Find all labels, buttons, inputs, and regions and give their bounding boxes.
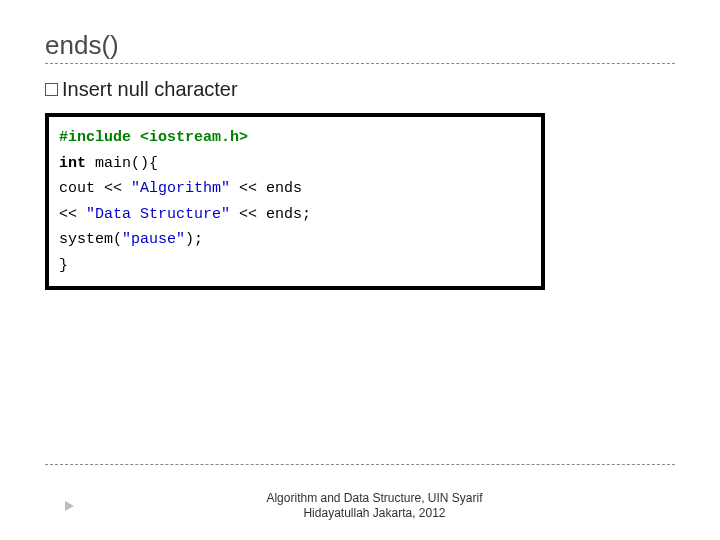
footer-text: Algorithm and Data Structure, UIN Syarif… [74, 491, 675, 522]
footer-line1: Algorithm and Data Structure, UIN Syarif [266, 491, 482, 505]
code-main-open: main(){ [86, 155, 158, 172]
code-cout: cout << [59, 180, 131, 197]
code-ends: << ends [230, 180, 302, 197]
code-system-close: ); [185, 231, 203, 248]
code-system: system( [59, 231, 122, 248]
footer-divider [45, 464, 675, 465]
triangle-right-icon [65, 501, 74, 511]
bullet-row: Insert null character [45, 78, 675, 101]
code-content: #include <iostream.h> int main(){ cout <… [49, 117, 541, 286]
footer: Algorithm and Data Structure, UIN Syarif… [45, 491, 675, 522]
slide-title: ends() [45, 30, 675, 61]
code-include: #include <iostream.h> [59, 129, 248, 146]
bullet-text: Insert null character [62, 78, 238, 101]
code-string: "Data Structure" [86, 206, 230, 223]
code-string: "pause" [122, 231, 185, 248]
code-close-brace: } [59, 253, 531, 279]
square-bullet-icon [45, 83, 58, 96]
code-ends: << ends; [230, 206, 311, 223]
code-kw-int: int [59, 155, 86, 172]
title-divider [45, 63, 675, 64]
code-block: #include <iostream.h> int main(){ cout <… [45, 113, 545, 290]
footer-line2: Hidayatullah Jakarta, 2012 [303, 506, 445, 520]
code-string: "Algorithm" [131, 180, 230, 197]
code-cont: << [59, 206, 86, 223]
